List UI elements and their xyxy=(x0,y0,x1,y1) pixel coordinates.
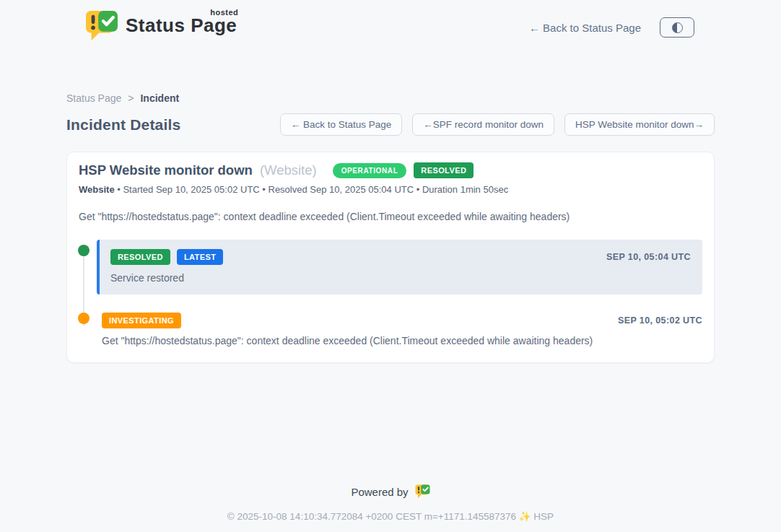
timeline-message: Service restored xyxy=(110,272,691,284)
incident-title: HSP Website monitor down xyxy=(79,162,253,178)
latest-badge: LATEST xyxy=(177,249,223,265)
page-title: Incident Details xyxy=(66,116,180,134)
incident-meta: Website • Started Sep 10, 2025 05:02 UTC… xyxy=(79,184,702,195)
incident-nav-buttons: ← Back to Status Page ←SPF record monito… xyxy=(280,113,715,136)
timeline-timestamp: SEP 10, 05:02 UTC xyxy=(618,315,702,326)
investigating-badge: INVESTIGATING xyxy=(102,313,181,328)
incident-status-badge: RESOLVED xyxy=(414,162,474,178)
timeline-dot-resolved xyxy=(78,245,90,256)
timeline-entry-header: RESOLVED LATEST SEP 10, 05:04 UTC xyxy=(110,249,691,265)
timeline-entry-resolved: RESOLVED LATEST SEP 10, 05:04 UTC Servic… xyxy=(79,240,702,295)
logo-icon xyxy=(85,10,118,45)
theme-toggle-button[interactable] xyxy=(660,17,694,38)
timeline-entry-investigating: INVESTIGATING SEP 10, 05:02 UTC Get "htt… xyxy=(79,313,702,346)
powered-by-logo-icon[interactable] xyxy=(415,484,430,499)
next-incident-button[interactable]: HSP Website monitor down→ xyxy=(564,113,715,136)
back-to-status-page-button[interactable]: ← Back to Status Page xyxy=(280,113,403,136)
timeline-highlight-box: RESOLVED LATEST SEP 10, 05:04 UTC Servic… xyxy=(97,240,702,295)
timeline-entry-header: INVESTIGATING SEP 10, 05:02 UTC xyxy=(102,313,702,328)
incident-title-row: HSP Website monitor down (Website) OPERA… xyxy=(79,162,702,178)
header: Status Page hosted ← Back to Status Page xyxy=(66,0,715,45)
prev-incident-button[interactable]: ←SPF record monitor down xyxy=(412,113,554,136)
header-back-link[interactable]: ← Back to Status Page xyxy=(529,22,641,34)
timeline-entry-body: INVESTIGATING SEP 10, 05:02 UTC Get "htt… xyxy=(102,313,702,346)
logo-superscript: hosted xyxy=(210,8,238,17)
main-content: Status Page > Incident Incident Details … xyxy=(66,92,715,522)
timeline-message: Get "https://hostedstatus.page": context… xyxy=(102,335,702,346)
theme-half-circle-icon xyxy=(672,22,683,33)
breadcrumb: Status Page > Incident xyxy=(66,92,715,104)
breadcrumb-incident: Incident xyxy=(140,92,179,104)
header-right: ← Back to Status Page xyxy=(529,17,694,38)
incident-description: Get "https://hostedstatus.page": context… xyxy=(79,211,702,222)
incident-meta-component: Website xyxy=(79,184,115,195)
breadcrumb-status-page[interactable]: Status Page xyxy=(66,92,121,104)
incident-card: HSP Website monitor down (Website) OPERA… xyxy=(66,152,715,363)
logo-text: Status Page xyxy=(126,14,237,36)
logo[interactable]: Status Page hosted xyxy=(85,10,240,45)
resolved-badge: RESOLVED xyxy=(110,249,170,265)
timeline-timestamp: SEP 10, 05:04 UTC xyxy=(606,252,691,262)
operational-status-badge: OPERATIONAL xyxy=(333,163,407,178)
incident-component: (Website) xyxy=(260,162,317,178)
timeline-badges: INVESTIGATING xyxy=(102,313,181,328)
title-row: Incident Details ← Back to Status Page ←… xyxy=(66,113,715,136)
footer: Powered by © 2025-10-08 14:10:34.772084 … xyxy=(66,484,715,522)
powered-by-label: Powered by xyxy=(351,486,408,498)
breadcrumb-separator: > xyxy=(128,92,134,104)
incident-timeline: RESOLVED LATEST SEP 10, 05:04 UTC Servic… xyxy=(79,240,702,346)
copyright-text: © 2025-10-08 14:10:34.772084 +0200 CEST … xyxy=(66,510,715,522)
timeline-badges: RESOLVED LATEST xyxy=(110,249,223,265)
timeline-dot-investigating xyxy=(78,313,90,324)
powered-by: Powered by xyxy=(66,484,715,499)
incident-meta-details: • Started Sep 10, 2025 05:02 UTC • Resol… xyxy=(115,184,509,195)
logo-wordmark: Status Page hosted xyxy=(126,14,240,37)
